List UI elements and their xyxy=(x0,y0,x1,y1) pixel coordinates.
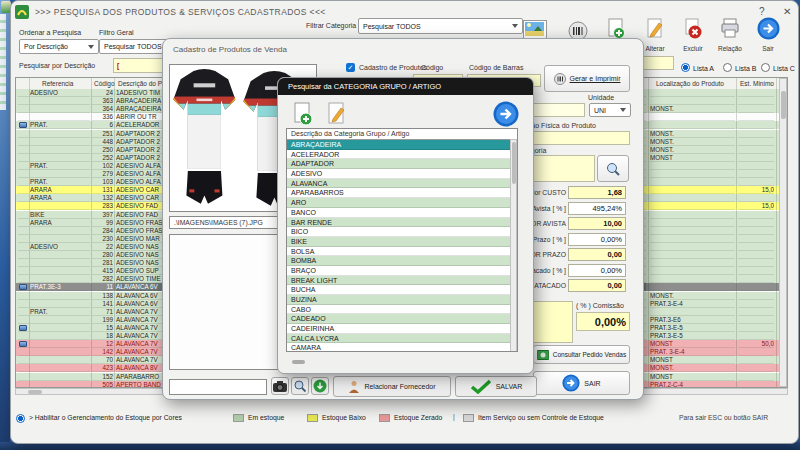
price-field-value[interactable]: 10,00 xyxy=(568,217,626,230)
dialog-vscroll-thumb[interactable] xyxy=(512,142,516,184)
dialog-add-button[interactable] xyxy=(290,101,316,127)
cell-codigo: 280 xyxy=(92,251,113,259)
cell-est-minimo xyxy=(738,259,774,267)
category-item[interactable]: BRAÇO xyxy=(287,266,517,276)
cell-referencia: PRAT. xyxy=(30,121,90,129)
category-item[interactable]: BAR RENDE xyxy=(287,218,517,228)
cell-referencia xyxy=(30,373,90,381)
price-field-value[interactable]: 1,68 xyxy=(568,186,626,199)
relacao-button[interactable]: Relação xyxy=(711,18,749,52)
cell-codigo: 70 xyxy=(92,356,113,364)
cell-est-minimo xyxy=(738,170,774,178)
cell-referencia xyxy=(30,113,90,121)
legend-habilitar[interactable]: > Habilitar o Gerenciamento do Estoque p… xyxy=(29,414,182,421)
vscroll-thumb[interactable] xyxy=(781,91,786,119)
zoom-button[interactable] xyxy=(291,377,309,395)
relacionar-fornecedor-button[interactable]: Relacionar Fornecedor xyxy=(333,376,451,397)
category-item[interactable]: BANCO xyxy=(287,208,517,218)
legend-gray-swatch xyxy=(463,414,474,422)
cadastro-sair-button[interactable]: SAIR xyxy=(533,371,630,395)
header-codigo: Código xyxy=(94,78,115,89)
cell-referencia xyxy=(30,251,90,259)
category-item[interactable]: CAMARA xyxy=(287,343,517,352)
category-search-dialog: Pesquisar da CATEGORIA GRUPO / ARTIGO De… xyxy=(277,77,534,374)
category-item[interactable]: ADAPTADOR xyxy=(287,159,517,169)
cell-codigo: 283 xyxy=(92,202,113,210)
cell-referencia: ARARA xyxy=(30,194,90,202)
row-icon-cell xyxy=(18,162,29,170)
row-icon-cell xyxy=(18,186,29,194)
category-item[interactable]: BUZINA xyxy=(287,295,517,305)
lista-b-radio[interactable]: Lista B xyxy=(723,57,756,75)
category-item[interactable]: BUCHA xyxy=(287,285,517,295)
cell-referencia xyxy=(30,170,90,178)
category-item[interactable]: CADEADO xyxy=(287,314,517,324)
salvar-button[interactable]: SALVAR xyxy=(455,376,537,397)
legend-yellow-swatch xyxy=(307,414,318,422)
category-item[interactable]: CALCA LYCRA xyxy=(287,334,517,344)
hscroll-thumb[interactable] xyxy=(28,390,42,394)
lista-a-radio[interactable]: Lista A xyxy=(681,57,714,75)
cell-referencia: ARARA xyxy=(30,186,90,194)
filtrar-categoria-dropdown[interactable]: Pesquisar TODOS xyxy=(358,18,523,34)
cell-localizacao xyxy=(650,227,735,235)
lista-c-radio[interactable]: Lista C xyxy=(761,57,795,75)
dialog-hscroll-dash[interactable] xyxy=(292,360,305,364)
image-path-input[interactable] xyxy=(169,379,267,395)
category-item[interactable]: BIKE xyxy=(287,237,517,247)
cell-localizacao xyxy=(650,251,735,259)
legend-estoque-zerado: Estoque Zerado xyxy=(394,414,442,421)
category-item[interactable]: CABO xyxy=(287,305,517,315)
cell-localizacao xyxy=(650,97,735,105)
cell-localizacao xyxy=(650,219,735,227)
cell-codigo: 22 xyxy=(92,243,113,251)
camera-icon xyxy=(273,380,287,392)
excluir-button[interactable]: Excluir xyxy=(674,18,712,52)
cell-est-minimo xyxy=(738,130,774,138)
close-button[interactable]: ✕ xyxy=(783,6,791,17)
excluir-label: Excluir xyxy=(674,45,712,52)
category-item[interactable]: ADESIVO xyxy=(287,169,517,179)
category-item[interactable]: BOMBA xyxy=(287,256,517,266)
cell-est-minimo xyxy=(738,324,774,332)
category-item[interactable]: BREAK LIGHT xyxy=(287,276,517,286)
cell-est-minimo xyxy=(738,356,774,364)
category-item[interactable]: ACELERADOR xyxy=(287,150,517,160)
load-image-button[interactable] xyxy=(311,377,329,395)
price-field-value[interactable]: 0,00% xyxy=(568,264,626,277)
row-icon-cell xyxy=(18,267,29,275)
cell-referencia xyxy=(30,340,90,348)
category-item[interactable]: ALAVANCA xyxy=(287,179,517,189)
cell-codigo: 281 xyxy=(92,259,113,267)
category-item[interactable]: BICO xyxy=(287,227,517,237)
help-button[interactable]: ? xyxy=(759,6,765,17)
dialog-edit-button[interactable] xyxy=(324,101,350,127)
consultar-pedido-button[interactable]: Consultar Pedido Vendas xyxy=(533,345,630,364)
cell-codigo: 141 xyxy=(92,300,113,308)
comissao-field[interactable]: 0,00% xyxy=(576,312,630,331)
price-field-value[interactable]: 0,00 xyxy=(568,279,626,292)
price-field-value[interactable]: 0,00% xyxy=(568,233,626,246)
row-icon-cell xyxy=(18,364,29,372)
cell-codigo: 102 xyxy=(92,162,113,170)
table-vscrollbar[interactable] xyxy=(779,78,787,387)
category-item[interactable]: BOLSA xyxy=(287,247,517,257)
webcam-button[interactable] xyxy=(271,377,289,395)
row-icon-cell xyxy=(18,251,29,259)
row-icon-cell xyxy=(18,146,29,154)
cell-localizacao xyxy=(650,259,735,267)
cell-localizacao: MONST xyxy=(650,373,735,381)
price-field-value[interactable]: 495,24% xyxy=(568,202,626,215)
dialog-vscrollbar[interactable] xyxy=(510,139,517,352)
legend-radio-icon[interactable] xyxy=(16,414,25,423)
category-item[interactable]: APARABARROS xyxy=(287,188,517,198)
category-item[interactable]: ABRAÇADEIRA xyxy=(287,140,517,150)
ordenar-dropdown[interactable]: Por Descrição xyxy=(19,39,99,54)
category-item[interactable]: ARO xyxy=(287,198,517,208)
dialog-forward-button[interactable] xyxy=(492,100,520,128)
price-field-value[interactable]: 0,00 xyxy=(568,248,626,261)
add-icon xyxy=(292,102,314,126)
category-item[interactable]: CADEIRINHA xyxy=(287,324,517,334)
cell-referencia xyxy=(30,332,90,340)
sair-button-top[interactable]: Sair xyxy=(749,17,787,52)
